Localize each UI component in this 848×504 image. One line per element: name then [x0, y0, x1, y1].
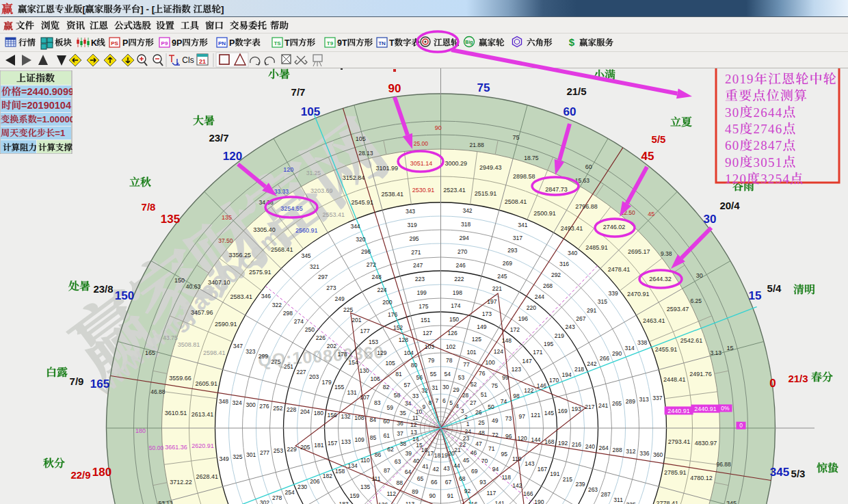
svg-text:60: 60 [383, 418, 390, 425]
svg-text:288: 288 [613, 447, 622, 453]
svg-text:335: 335 [626, 501, 636, 504]
svg-text:2485.91: 2485.91 [585, 244, 608, 251]
svg-text:60: 60 [564, 105, 577, 118]
svg-text:178: 178 [338, 351, 347, 358]
svg-text:135: 135 [222, 214, 232, 221]
svg-text:277: 277 [260, 449, 269, 456]
svg-text:171: 171 [533, 349, 542, 356]
svg-text:93: 93 [479, 479, 486, 486]
svg-text:9.38: 9.38 [661, 250, 672, 257]
svg-text:349: 349 [220, 455, 229, 462]
svg-text:34: 34 [405, 400, 412, 407]
svg-text:121: 121 [531, 412, 540, 419]
svg-text:312: 312 [626, 448, 635, 455]
svg-text:118: 118 [502, 474, 512, 481]
svg-text:273: 273 [326, 284, 336, 291]
svg-text:165: 165 [90, 377, 109, 390]
svg-text:144: 144 [531, 436, 540, 443]
svg-text:239: 239 [575, 481, 585, 488]
svg-text:127: 127 [423, 330, 432, 336]
svg-text:40.63: 40.63 [186, 283, 201, 290]
svg-text:204: 204 [300, 408, 310, 415]
svg-text:135: 135 [161, 213, 180, 226]
svg-text:59: 59 [387, 404, 394, 411]
svg-text:191: 191 [550, 470, 559, 477]
svg-text:94: 94 [492, 466, 499, 473]
svg-text:35: 35 [399, 410, 406, 416]
svg-text:169: 169 [558, 408, 568, 414]
svg-text:2575.91: 2575.91 [249, 269, 271, 276]
svg-text:190: 190 [534, 499, 544, 504]
svg-text:128: 128 [399, 336, 408, 343]
svg-text:5: 5 [449, 399, 453, 406]
svg-text:254: 254 [285, 489, 295, 496]
svg-text:18: 18 [434, 452, 441, 459]
svg-text:90: 90 [429, 492, 436, 499]
svg-text:25.00: 25.00 [414, 140, 429, 147]
svg-text:40: 40 [413, 457, 420, 464]
svg-text:15: 15 [749, 289, 762, 302]
svg-text:2949.43: 2949.43 [479, 164, 502, 171]
svg-text:3051.14: 3051.14 [410, 160, 433, 167]
svg-text:25: 25 [478, 419, 485, 426]
svg-text:270: 270 [458, 248, 467, 255]
svg-text:67: 67 [445, 479, 452, 486]
svg-text:120: 120 [725, 172, 747, 186]
svg-text:175: 175 [419, 303, 428, 310]
svg-text:52: 52 [471, 381, 477, 388]
svg-text:228: 228 [287, 406, 296, 413]
svg-text:272: 272 [367, 261, 376, 268]
svg-text:348: 348 [219, 398, 228, 405]
svg-text:180: 180 [314, 410, 323, 416]
svg-text:220: 220 [527, 304, 536, 311]
svg-text:90: 90 [435, 124, 442, 131]
svg-text:22/9: 22/9 [70, 469, 90, 481]
svg-text:17: 17 [427, 450, 434, 457]
svg-text:63: 63 [395, 458, 401, 465]
svg-text:302: 302 [260, 499, 269, 504]
svg-text:345: 345 [726, 500, 737, 504]
svg-text:83: 83 [374, 399, 381, 406]
svg-text:151: 151 [421, 317, 430, 323]
svg-text:20/4: 20/4 [719, 200, 740, 211]
svg-text:345: 345 [301, 252, 310, 259]
svg-text:295: 295 [409, 235, 419, 242]
svg-text:192: 192 [558, 440, 568, 447]
svg-text:3559.66: 3559.66 [169, 375, 191, 382]
svg-text:2847.73: 2847.73 [545, 186, 568, 193]
svg-text:3203.69: 3203.69 [310, 187, 333, 194]
svg-text:49: 49 [492, 417, 499, 424]
svg-text:155: 155 [334, 384, 344, 390]
svg-text:2491.76: 2491.76 [689, 371, 712, 377]
svg-text:172: 172 [510, 326, 520, 333]
svg-text:274: 274 [294, 318, 304, 325]
svg-text:317: 317 [513, 235, 522, 241]
svg-text:3254.55: 3254.55 [280, 205, 303, 212]
svg-text:55: 55 [430, 371, 437, 377]
svg-text:224: 224 [377, 287, 386, 293]
svg-text:179: 179 [322, 379, 332, 386]
svg-text:200: 200 [382, 299, 392, 306]
svg-text:45: 45 [648, 211, 654, 217]
svg-text:103: 103 [425, 343, 434, 350]
svg-text:P9: P9 [161, 40, 168, 47]
svg-text:61: 61 [384, 432, 390, 439]
svg-text:2440.91: 2440.91 [667, 408, 690, 414]
svg-text:2778.41: 2778.41 [657, 500, 679, 504]
svg-text:120: 120 [223, 150, 242, 163]
svg-text:] - [: ] - [ [140, 4, 155, 14]
svg-text:340: 340 [568, 250, 577, 256]
svg-text:129: 129 [377, 349, 386, 356]
svg-text:145: 145 [544, 410, 554, 416]
svg-text:2620.91: 2620.91 [191, 442, 214, 449]
svg-text:196: 196 [518, 315, 528, 322]
svg-text:150: 150 [115, 289, 134, 302]
svg-text:2470.91: 2470.91 [627, 291, 650, 297]
svg-text:2746.02: 2746.02 [603, 224, 626, 230]
svg-text:296: 296 [361, 248, 371, 255]
svg-text:269: 269 [503, 260, 512, 267]
svg-text:203: 203 [309, 373, 319, 380]
svg-text:69: 69 [471, 468, 478, 475]
svg-text:105: 105 [386, 360, 395, 367]
svg-text:98: 98 [513, 393, 520, 399]
